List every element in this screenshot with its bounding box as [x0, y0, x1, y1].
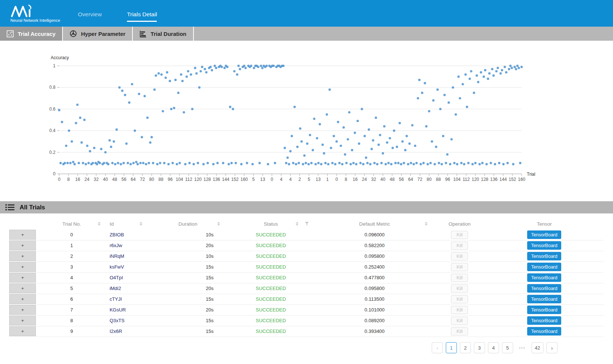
- tensorboard-button[interactable]: TensorBoard: [527, 295, 561, 303]
- sort-icon[interactable]: [217, 222, 220, 226]
- svg-text:112: 112: [462, 177, 469, 182]
- app-header: Neural Network Intelligence Overview Tri…: [0, 0, 613, 27]
- operation-header-label: Operation: [449, 221, 471, 227]
- svg-text:112: 112: [185, 177, 192, 182]
- svg-text:104: 104: [453, 177, 461, 182]
- pagination-page-4[interactable]: 4: [488, 342, 499, 353]
- trial-id-cell: O4TpI: [107, 272, 149, 283]
- tensorboard-button[interactable]: TensorBoard: [527, 306, 561, 314]
- nni-logo: Neural Network Intelligence: [10, 4, 60, 23]
- status-cell: SUCCEEDED: [227, 326, 315, 337]
- svg-text:0.2: 0.2: [49, 150, 55, 155]
- tensorboard-button[interactable]: TensorBoard: [527, 273, 561, 282]
- sort-icon[interactable]: [139, 222, 142, 226]
- tensorboard-button[interactable]: TensorBoard: [527, 241, 561, 250]
- duration-cell: 20s: [149, 304, 227, 315]
- tensorboard-button[interactable]: TensorBoard: [527, 263, 561, 271]
- trial-no-cell: 6: [36, 294, 107, 304]
- duration-cell: 20s: [149, 283, 227, 294]
- duration-cell: 15s: [149, 294, 227, 304]
- main-nav: Overview Trials Detail: [78, 0, 157, 27]
- trial-id-cell: r6xJw: [107, 240, 149, 251]
- pagination-prev[interactable]: ‹: [432, 342, 443, 353]
- tensorboard-button[interactable]: TensorBoard: [527, 327, 561, 336]
- svg-text:0.8: 0.8: [49, 85, 55, 90]
- svg-text:80: 80: [427, 177, 432, 182]
- kill-button[interactable]: Kill: [451, 252, 468, 260]
- sort-icon[interactable]: [296, 222, 299, 226]
- expand-row-button[interactable]: +: [9, 273, 36, 283]
- tab-trial-duration-label: Trial Duration: [151, 31, 186, 37]
- kill-button[interactable]: Kill: [451, 231, 468, 239]
- pagination-page-2[interactable]: 2: [460, 342, 471, 353]
- pagination-ellipsis[interactable]: •••: [516, 342, 529, 353]
- kill-button[interactable]: Kill: [451, 327, 468, 336]
- wheel-icon: [70, 30, 77, 37]
- expand-row-button[interactable]: +: [9, 262, 36, 272]
- accuracy-scatter-chart[interactable]: 00.20.40.60.8108162432404856647280889610…: [0, 48, 613, 195]
- list-icon: [5, 204, 14, 211]
- kill-button[interactable]: Kill: [451, 274, 468, 282]
- svg-text:88: 88: [436, 177, 441, 182]
- svg-text:13: 13: [260, 177, 265, 182]
- kill-button[interactable]: Kill: [451, 306, 468, 314]
- tensorboard-button[interactable]: TensorBoard: [527, 284, 561, 293]
- kill-button[interactable]: Kill: [451, 317, 468, 325]
- metric-cell: 0.477800: [315, 272, 434, 283]
- svg-text:0: 0: [336, 177, 338, 182]
- expand-row-button[interactable]: +: [9, 294, 36, 304]
- trial-id-cell: Q3xTS: [107, 315, 149, 326]
- pagination-page-5[interactable]: 5: [502, 342, 513, 353]
- trial-no-header-label: Trial No.: [62, 221, 81, 227]
- tab-hyper-parameter-label: Hyper Parameter: [81, 31, 125, 37]
- status-cell: SUCCEEDED: [227, 272, 315, 283]
- expand-row-button[interactable]: +: [9, 316, 36, 326]
- expand-row-button[interactable]: +: [9, 283, 36, 293]
- svg-text:Accuracy: Accuracy: [51, 55, 69, 60]
- kill-button[interactable]: Kill: [451, 242, 468, 250]
- tensorboard-button[interactable]: TensorBoard: [527, 230, 561, 239]
- sort-icon[interactable]: [425, 222, 428, 226]
- svg-text:72: 72: [140, 177, 145, 182]
- table-row: + 2 iNRqM 10s SUCCEEDED 0.095800 Kill Te…: [9, 251, 604, 262]
- nav-tab-trials-detail[interactable]: Trials Detail: [127, 5, 157, 22]
- svg-text:64: 64: [131, 177, 136, 182]
- tensorboard-button[interactable]: TensorBoard: [527, 316, 561, 325]
- nav-tab-overview[interactable]: Overview: [78, 5, 102, 22]
- table-row: + 0 ZBIOB 10s SUCCEEDED 0.096000 Kill Te…: [9, 230, 604, 240]
- svg-text:1: 1: [53, 63, 55, 68]
- trial-no-cell: 7: [36, 304, 107, 315]
- trial-no-cell: 2: [36, 251, 107, 262]
- trial-id-cell: iNRqM: [107, 251, 149, 262]
- expand-row-button[interactable]: +: [9, 240, 36, 250]
- tab-trial-accuracy[interactable]: Trial Accuracy: [0, 27, 63, 41]
- sort-icon[interactable]: [98, 222, 101, 226]
- pagination-page-1[interactable]: 1: [446, 342, 457, 353]
- pagination-label: ›: [551, 345, 553, 351]
- kill-button[interactable]: Kill: [451, 295, 468, 303]
- pagination-next[interactable]: ›: [546, 342, 558, 353]
- pagination-page-42[interactable]: 42: [532, 342, 543, 353]
- table-row: + 8 Q3xTS 15s SUCCEEDED 0.089200 Kill Te…: [9, 315, 604, 326]
- metric-cell: 0.095800: [315, 251, 434, 262]
- pagination-label: 2: [464, 345, 467, 351]
- kill-button[interactable]: Kill: [451, 263, 468, 271]
- expand-row-button[interactable]: +: [9, 251, 36, 261]
- kill-button[interactable]: Kill: [451, 284, 468, 293]
- tab-hyper-parameter[interactable]: Hyper Parameter: [63, 27, 133, 41]
- expand-row-button[interactable]: +: [9, 230, 36, 240]
- status-cell: SUCCEEDED: [227, 315, 315, 326]
- expand-row-button[interactable]: +: [9, 326, 36, 336]
- svg-text:144: 144: [499, 177, 507, 182]
- pagination-page-3[interactable]: 3: [474, 342, 485, 353]
- expand-row-button[interactable]: +: [9, 305, 36, 315]
- duration-cell: 15s: [149, 272, 227, 283]
- nav-tab-trials-detail-label: Trials Detail: [127, 11, 157, 17]
- tensorboard-button[interactable]: TensorBoard: [527, 252, 561, 260]
- pagination-label: 1: [450, 345, 452, 351]
- svg-text:96: 96: [168, 177, 173, 182]
- svg-text:2: 2: [299, 177, 301, 182]
- column-header-expander: [9, 218, 36, 230]
- filter-icon[interactable]: [305, 222, 309, 226]
- tab-trial-duration[interactable]: Trial Duration: [133, 27, 194, 41]
